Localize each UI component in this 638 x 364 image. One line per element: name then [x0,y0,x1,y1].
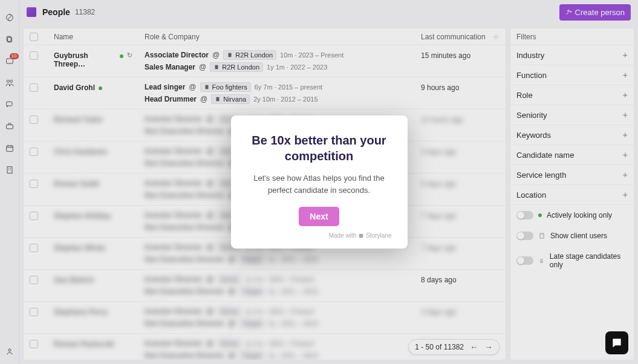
row-checkbox-cell [24,334,48,360]
pagination-next[interactable]: → [484,342,493,352]
filter-item[interactable]: Service length+ [510,165,634,185]
row-comm: 8 days ago [415,270,506,301]
row-name: Roman Gubb [48,174,138,205]
toggle[interactable] [516,211,533,219]
inbox-badge: 10 [10,53,19,59]
create-person-button[interactable]: Create person [559,4,631,21]
nav-icon-swirl[interactable] [4,12,15,23]
table-row[interactable]: Gao BoknisInvestor Director @ Acme 1y 1m… [24,270,506,302]
row-role: Lead singer@Foo fighters6y 7m · 2015 – p… [138,77,415,109]
filter-toggle-row: Late stage candidates only [510,246,634,275]
company-chip[interactable]: Foo fighters [200,82,251,92]
toggle[interactable] [516,232,533,240]
filter-item[interactable]: Industry+ [510,45,634,65]
row-comm: 15 minutes ago [415,45,506,77]
select-all-checkbox[interactable] [30,33,38,41]
row-name: Richard Tudor [48,109,138,141]
row-role: Investor Director @ Acme 1y 1m · 2022 – … [138,302,415,333]
header-name[interactable]: Name [48,33,138,41]
row-checkbox-cell [24,109,48,141]
logo-icon [27,7,36,17]
row-checkbox-cell [24,141,48,173]
intercom-launcher[interactable] [605,331,628,354]
row-checkbox[interactable] [30,308,38,316]
row-name: Stephano Perry [48,302,138,333]
nav-icon-building[interactable] [4,164,15,175]
svg-rect-19 [359,233,363,238]
filter-item[interactable]: Candidate name+ [510,145,634,165]
svg-point-4 [7,80,9,82]
svg-rect-13 [229,53,232,57]
row-name: Gao Boknis [48,270,138,301]
row-checkbox[interactable] [30,340,38,348]
modal-next-button[interactable]: Next [299,207,339,226]
nav-icon-copy[interactable] [4,34,15,45]
row-name: Chris Kardanev [48,141,138,173]
onboarding-modal: Be 10x better than your competition Let'… [231,115,408,249]
filter-item[interactable]: Location+ [510,185,634,205]
modal-footer: Made with Storylane [247,232,392,239]
nav-icon-chat[interactable] [4,99,15,110]
plus-icon: + [623,110,628,120]
row-checkbox-cell [24,45,48,77]
company-chip[interactable]: R2R London [210,62,263,72]
svg-point-11 [567,10,569,12]
row-comm: 9 hours ago [415,77,506,109]
nav-icon-user[interactable] [4,346,15,357]
table-row[interactable]: Stephano PerryInvestor Director @ Acme 1… [24,302,506,334]
filter-item[interactable]: Role+ [510,85,634,105]
row-checkbox[interactable] [30,115,38,124]
svg-point-5 [10,80,12,82]
company-chip[interactable]: R2R London [223,50,276,60]
plus-icon: + [623,50,628,60]
svg-point-18 [541,259,543,261]
header-role[interactable]: Role & Company [138,33,415,41]
filter-toggle-row: Actively looking only [510,205,634,226]
row-checkbox[interactable] [30,51,38,60]
page-count: 11382 [75,8,95,16]
active-dot-icon [538,213,542,217]
row-checkbox[interactable] [30,148,38,156]
header-comm[interactable]: Last communication [415,33,506,41]
row-comm: 5 days ago [415,174,506,205]
filters-header: Filters [510,28,634,45]
topbar: People 11382 Create person [19,0,638,24]
svg-rect-3 [6,59,13,63]
nav-icon-calendar[interactable] [4,143,15,154]
plus-icon: + [623,170,628,180]
filter-item[interactable]: Function+ [510,65,634,85]
nav-icon-people[interactable] [4,77,15,88]
left-sidebar: 10 [0,0,19,364]
pagination-prev[interactable]: ← [470,342,478,352]
row-checkbox[interactable] [30,83,38,92]
toggle[interactable] [516,256,533,265]
table-row[interactable]: Guybrush Threep…↻Associate Director@R2R … [24,45,506,77]
company-chip[interactable]: Nirvana [211,94,250,104]
nav-icon-briefcase[interactable] [4,121,15,132]
row-checkbox[interactable] [30,180,38,188]
row-checkbox[interactable] [30,212,38,220]
row-role: Investor Director @ Acme 1y 1m · 2022 – … [138,334,415,360]
row-role: Investor Director @ Acme 1y 1m · 2022 – … [138,270,415,301]
filter-item[interactable]: Keywords+ [510,125,634,145]
modal-body: Let's see how Atlas helps you find the p… [247,172,392,196]
svg-rect-17 [540,233,544,238]
nav-icon-inbox[interactable]: 10 [4,56,15,67]
row-name: Stephan Wicke [48,238,138,269]
row-name: David Grohl [48,77,138,109]
filter-item[interactable]: Seniority+ [510,105,634,125]
row-checkbox[interactable] [30,276,38,284]
table-row[interactable]: David GrohlLead singer@Foo fighters6y 7m… [24,77,506,109]
row-comm: 7 days ago [415,206,506,237]
row-checkbox[interactable] [30,244,38,252]
active-dot-icon [99,86,102,90]
row-name: Roman Paulscnik [48,334,138,360]
row-checkbox-cell [24,174,48,205]
plus-icon: + [623,70,628,80]
gear-icon[interactable] [492,33,500,41]
row-checkbox-cell [24,77,48,109]
create-person-label: Create person [575,8,625,17]
plus-icon: + [623,150,628,160]
row-comm: 7 days ago [415,238,506,269]
active-dot-icon [120,54,123,58]
